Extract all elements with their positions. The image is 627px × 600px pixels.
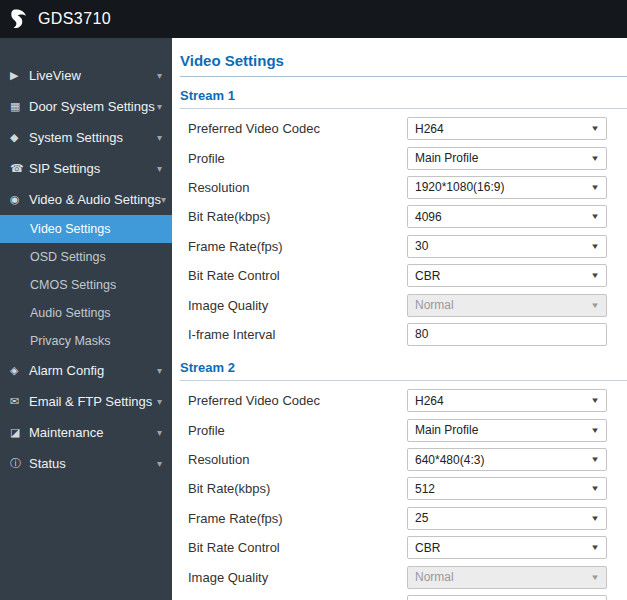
stream2-bit-rate-select[interactable]: 512 ▼ [407,477,607,500]
sip-settings-icon: ☎ [10,162,29,175]
form-row: Resolution 640*480(4:3) ▼ [172,445,627,474]
stream1-frame-rate-select[interactable]: 30 ▼ [407,235,607,258]
video-audio-icon: ◉ [10,193,29,206]
select-value: 640*480(4:3) [415,453,484,467]
select-value: H264 [415,122,444,136]
dropdown-arrow-icon: ▼ [590,484,600,493]
stream2-rows: Preferred Video Codec H264 ▼ Profile Mai… [172,386,627,600]
stream2-resolution-select[interactable]: 640*480(4:3) ▼ [407,448,607,471]
form-row: I-frame Interval [172,320,627,349]
field-label: Profile [188,423,407,438]
dropdown-arrow-icon: ▼ [590,183,600,192]
field-label: Image Quality [188,298,407,313]
sidebar-item-label: System Settings [29,130,157,145]
stream1-bit-rate-control-select[interactable]: CBR ▼ [407,264,607,287]
subitem-label: OSD Settings [30,250,106,264]
dropdown-arrow-icon: ▼ [590,514,600,523]
alarm-icon: ◈ [10,364,29,377]
field-label: Frame Rate(fps) [188,239,407,254]
top-header: GDS3710 [0,0,627,38]
liveview-icon: ▶ [10,69,29,82]
form-row: Profile Main Profile ▼ [172,416,627,445]
title-divider [180,76,627,77]
sidebar-item-label: LiveView [29,68,157,83]
form-row: Image Quality Normal ▼ [172,562,627,591]
field-label: Bit Rate Control [188,540,407,555]
form-row: Frame Rate(fps) 30 ▼ [172,232,627,261]
field-label: Frame Rate(fps) [188,511,407,526]
form-row: Preferred Video Codec H264 ▼ [172,114,627,143]
maintenance-icon: ◪ [10,426,29,439]
dropdown-arrow-icon: ▼ [590,543,600,552]
select-value: 512 [415,482,435,496]
select-value: H264 [415,394,444,408]
sidebar-item-door-system-settings[interactable]: ▦ Door System Settings ▾ [0,91,172,122]
subitem-label: Privacy Masks [30,334,111,348]
stream1-preferred-video-codec-select[interactable]: H264 ▼ [407,117,607,140]
select-value: 1920*1080(16:9) [415,180,504,194]
stream2-image-quality-select: Normal ▼ [407,566,607,589]
form-row: Preferred Video Codec H264 ▼ [172,386,627,415]
select-value: CBR [415,269,440,283]
stream2-bit-rate-control-select[interactable]: CBR ▼ [407,536,607,559]
device-name: GDS3710 [38,10,111,28]
select-value: Normal [415,570,454,584]
form-row: Bit Rate(kbps) 4096 ▼ [172,202,627,231]
chevron-down-icon: ▾ [157,163,162,174]
chevron-down-icon: ▾ [157,427,162,438]
stream1-bit-rate-select[interactable]: 4096 ▼ [407,205,607,228]
stream2-profile-select[interactable]: Main Profile ▼ [407,419,607,442]
sidebar-item-label: Door System Settings [29,99,157,114]
section-title-stream1: Stream 1 [180,88,627,103]
section-divider [180,108,627,109]
section-title-stream2: Stream 2 [180,360,627,375]
sidebar-item-label: SIP Settings [29,161,157,176]
dropdown-arrow-icon: ▼ [590,242,600,251]
stream2-frame-rate-select[interactable]: 25 ▼ [407,507,607,530]
stream1-resolution-select[interactable]: 1920*1080(16:9) ▼ [407,176,607,199]
stream2-iframe-interval-input[interactable] [407,595,607,600]
sidebar-subitem-osd-settings[interactable]: OSD Settings [0,243,172,271]
sidebar-item-system-settings[interactable]: ◆ System Settings ▾ [0,122,172,153]
field-label: Resolution [188,180,407,195]
section-divider [180,380,627,381]
chevron-down-icon: ▾ [157,101,162,112]
select-value: Normal [415,298,454,312]
select-value: 25 [415,511,428,525]
stream1-iframe-interval-input[interactable] [407,323,607,346]
stream2-preferred-video-codec-select[interactable]: H264 ▼ [407,389,607,412]
stream1-profile-select[interactable]: Main Profile ▼ [407,147,607,170]
sidebar-item-video-audio-settings[interactable]: ◉ Video & Audio Settings ▾ [0,184,172,215]
subitem-label: Video Settings [30,222,110,236]
dropdown-arrow-icon: ▼ [590,426,600,435]
sidebar-subitem-video-settings[interactable]: Video Settings [0,215,172,243]
dropdown-arrow-icon: ▼ [590,573,600,582]
select-value: 4096 [415,210,442,224]
chevron-down-icon: ▾ [157,70,162,81]
sidebar-item-sip-settings[interactable]: ☎ SIP Settings ▾ [0,153,172,184]
field-label: Bit Rate(kbps) [188,209,407,224]
sidebar-item-alarm-config[interactable]: ◈ Alarm Config ▾ [0,355,172,386]
form-row: Bit Rate Control CBR ▼ [172,533,627,562]
sidebar-subitem-audio-settings[interactable]: Audio Settings [0,299,172,327]
select-value: 30 [415,239,428,253]
sidebar-item-maintenance[interactable]: ◪ Maintenance ▾ [0,417,172,448]
sidebar-subitem-cmos-settings[interactable]: CMOS Settings [0,271,172,299]
main-content: Video Settings Stream 1 Preferred Video … [172,38,627,600]
sidebar-item-email-ftp-settings[interactable]: ✉ Email & FTP Settings ▾ [0,386,172,417]
sidebar-item-label: Maintenance [29,425,157,440]
video-audio-submenu: Video Settings OSD Settings CMOS Setting… [0,215,172,355]
sidebar-subitem-privacy-masks[interactable]: Privacy Masks [0,327,172,355]
stream1-image-quality-select: Normal ▼ [407,294,607,317]
dropdown-arrow-icon: ▼ [590,396,600,405]
field-label: Resolution [188,452,407,467]
stream1-rows: Preferred Video Codec H264 ▼ Profile Mai… [172,114,627,349]
dropdown-arrow-icon: ▼ [590,212,600,221]
email-icon: ✉ [10,395,29,408]
field-label: I-frame Interval [188,327,407,342]
sidebar-item-status[interactable]: ⓘ Status ▾ [0,448,172,479]
dropdown-arrow-icon: ▼ [590,271,600,280]
sidebar-item-liveview[interactable]: ▶ LiveView ▾ [0,60,172,91]
door-system-icon: ▦ [10,100,29,113]
status-icon: ⓘ [10,456,29,471]
